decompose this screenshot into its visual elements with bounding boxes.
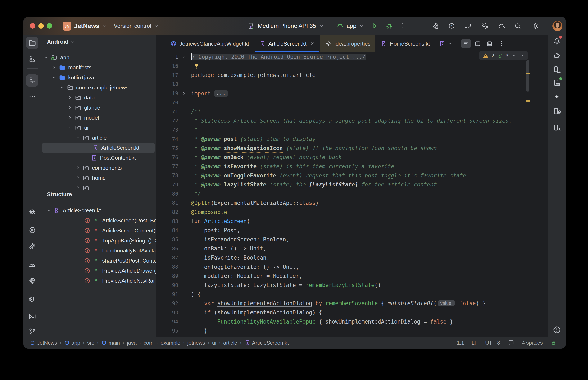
line-separator-widget[interactable]: LF [472,340,478,346]
project-view-selector[interactable]: Android [47,39,76,45]
breadcrumb-article[interactable]: article [223,340,237,346]
code-line-82[interactable]: 82 @Composable [156,208,548,217]
debug-button[interactable] [385,22,393,30]
code-line-78[interactable]: 78 * @param onToggleFavorite (event) req… [156,171,548,180]
code-line-77[interactable]: 77 * @param isFavorite (state) is this i… [156,162,548,171]
hidden-tabs-kotlin-icon[interactable] [439,40,445,47]
structure-item-sharepost-post-context-un[interactable]: sharePost(Post, Context): Un [41,256,156,266]
code-line-72[interactable]: 72 * Stateless Article Screen that displ… [156,116,548,125]
code-line-84[interactable]: 84 post: Post, [156,226,548,235]
code-editor[interactable]: 1 / Copyright 2020 The Android Open Sour… [156,52,548,337]
profiler-gauge-tool-button[interactable] [26,259,38,271]
chevron-right-icon[interactable] [67,114,73,121]
tree-item-components[interactable]: components [41,163,156,173]
code-line-19[interactable]: 19 import ... [156,89,548,98]
structure-item-articlescreen-post-boolean[interactable]: ArticleScreen(Post, Boolean, [41,215,156,226]
code-view-toggle[interactable] [461,39,471,49]
build-hammer-button[interactable] [431,22,439,30]
breadcrumb-articlescreen-kt[interactable]: ArticleScreen.kt [244,340,288,346]
device-mirroring-tool-button[interactable] [551,105,563,117]
tree-item-glance[interactable]: glance [41,103,156,113]
resource-manager-tool-button[interactable] [26,53,38,65]
run-button[interactable] [370,22,379,30]
user-avatar[interactable] [552,21,563,31]
project-folder-tool-button[interactable] [26,37,38,49]
tree-item-articlescreen-kt[interactable]: ArticleScreen.kt [42,143,155,153]
code-line-93[interactable]: 93 if (showUnimplementedActionDialog) { [156,308,548,317]
project-selector[interactable]: JetNews [74,17,108,35]
code-line-85[interactable]: 85 isExpandedScreen: Boolean, [156,235,548,244]
app-inspection-tool-button[interactable] [26,224,38,236]
chevron-down-icon[interactable] [43,54,49,61]
structure-item-previewarticledrawer-unit[interactable]: PreviewArticleDrawer(): Unit [41,266,156,276]
structure-item-previewarticlenavrail-unit[interactable]: PreviewArticleNavRail(): Unit [41,276,156,286]
more-run-options-button[interactable] [398,22,407,30]
gradle-elephant-tool-button[interactable] [551,49,563,61]
intention-bulb-icon[interactable] [193,63,200,69]
tree-item-ui[interactable]: ui [41,123,156,133]
sync-a-button[interactable] [447,22,456,30]
gradle-sync-button[interactable] [498,22,506,30]
notifications-bell-tool-button[interactable] [551,35,563,47]
chevron-down-icon[interactable] [51,75,57,81]
folded-region[interactable]: / Copyright 2020 The Android Open Source… [192,54,365,60]
attach-debugger-button[interactable] [481,22,489,30]
minimize-window-button[interactable] [38,23,44,29]
tree-item-com-example-jetnews[interactable]: com.example.jetnews [41,83,156,93]
chevron-right-icon[interactable] [75,175,81,181]
code-line-91[interactable]: 91 ) { [156,290,548,299]
chevron-down-icon[interactable] [67,125,73,131]
zoom-window-button[interactable] [47,23,52,29]
code-line-71[interactable]: 71 /** [156,107,548,116]
device-manager-tool-button[interactable] [551,64,563,76]
editor-scrollbar[interactable] [526,60,529,92]
tab-idea-properties[interactable]: idea.properties [320,35,375,52]
code-line-70[interactable]: 70 [156,98,548,107]
vcs-widget[interactable]: Version control [114,17,159,35]
breadcrumb-main[interactable]: main [101,340,120,346]
close-window-button[interactable] [30,23,35,29]
structure-item-functionalitynotavailablepop[interactable]: FunctionalityNotAvailablePop [41,246,156,256]
breadcrumb-java[interactable]: java [127,340,137,346]
app-quality-insights-tool-button[interactable] [26,206,38,218]
file-writable-lock-icon[interactable] [550,340,557,346]
tab-homescreens-kt[interactable]: HomeScreens.kt [375,35,435,52]
search-everywhere-button[interactable] [513,22,522,30]
running-devices-tool-button[interactable] [551,77,563,89]
code-line-86[interactable]: 86 onBack: () -> Unit, [156,244,548,253]
code-line-95[interactable]: 95 } [156,326,548,336]
fold-arrow-icon[interactable] [181,89,187,98]
tree-item-model[interactable]: model [41,113,156,123]
code-line-76[interactable]: 76 * @param onBack (event) request navig… [156,153,548,162]
code-line-18[interactable]: 18 [156,80,548,89]
code-line-92[interactable]: 92 var showUnimplementedActionDialog by … [156,299,548,308]
version-control-branch-tool-button[interactable] [26,325,38,338]
code-line-16[interactable]: 16 [156,61,548,71]
code-line-75[interactable]: 75 * @param showNavigationIcon (state) i… [156,144,548,153]
caret-position-widget[interactable]: 1:1 [457,340,464,346]
chevron-down-icon[interactable] [75,135,81,141]
code-line-94[interactable]: 94 FunctionalityNotAvailablePopup { show… [156,317,548,326]
terminal-tool-button[interactable] [26,310,38,323]
warning-stripe-mark[interactable] [526,73,530,75]
indent-widget[interactable]: 4 spaces [522,340,543,346]
code-line-81[interactable]: 81 @OptIn(ExperimentalMaterial3Api::clas… [156,198,548,208]
breadcrumb-src[interactable]: src [87,340,94,346]
tree-item-postcontent-kt[interactable]: PostContent.kt [41,153,156,163]
breadcrumb-com[interactable]: com [143,340,153,346]
code-line-90[interactable]: 90 lazyListState: LazyListState = rememb… [156,281,548,290]
chevron-down-icon[interactable] [59,84,65,91]
chevron-right-icon[interactable] [67,95,73,101]
title-bar[interactable]: JN JetNews Version control Medium Phone … [23,17,566,35]
encoding-widget[interactable]: UTF-8 [485,340,500,346]
tree-item-kotlin-java[interactable]: kotlin+java [41,73,156,83]
split-view-toggle[interactable] [473,39,483,49]
build-variants-button[interactable] [464,22,472,30]
gemini-sparkle-tool-button[interactable] [551,91,563,103]
tree-item-manifests[interactable]: manifests [41,62,156,73]
code-line-79[interactable]: 79 * @param lazyListState (state) the [L… [156,180,548,189]
tree-item-app[interactable]: app [41,53,156,62]
tree-item-home[interactable]: home [41,173,156,183]
settings-gear-button[interactable] [531,22,540,30]
device-explorer-tool-button[interactable] [551,122,563,134]
